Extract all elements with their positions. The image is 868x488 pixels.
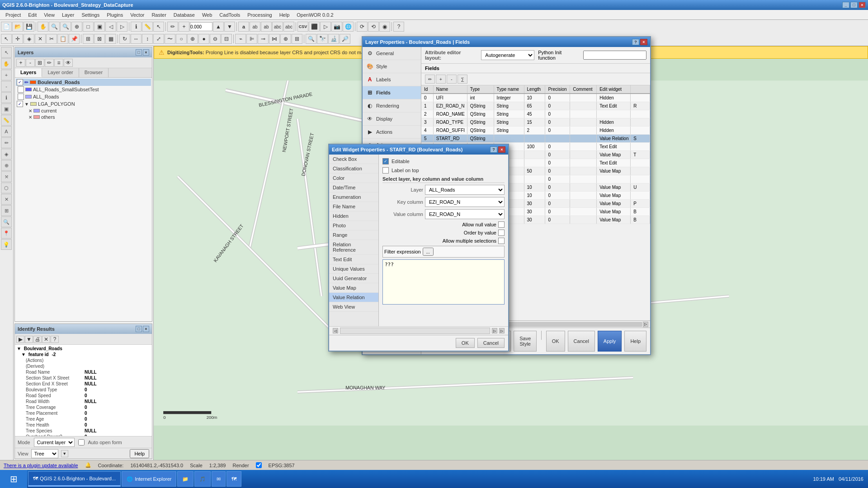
ewp-allowmultiple-checkbox[interactable] (498, 238, 505, 244)
menu-cadtools[interactable]: CadTools (216, 11, 244, 19)
lp-sidebar-rendering[interactable]: ◐ Rendering (363, 99, 421, 113)
tb2-move[interactable]: ✛ (12, 34, 23, 44)
lt-pan[interactable]: ✋ (1, 58, 12, 69)
ewp-item-photo[interactable]: Photo (329, 221, 378, 230)
tb-select[interactable]: ↖ (153, 22, 164, 32)
ewp-item-textedit[interactable]: Text Edit (329, 255, 378, 264)
tb-label-d[interactable]: abc (272, 22, 283, 32)
tb-label-e[interactable]: abc (283, 22, 294, 32)
ewp-help-icon[interactable]: ? (490, 146, 497, 153)
tb2-merge[interactable]: ⊕ (280, 34, 291, 44)
tb2-add-part[interactable]: ⊕ (187, 34, 198, 44)
tb-measure[interactable]: 📏 (142, 22, 153, 32)
id-help-btn[interactable]: ? (51, 336, 59, 343)
ewp-item-enumeration[interactable]: Enumeration (329, 192, 378, 202)
tb2-offset[interactable]: ⊫ (246, 34, 257, 44)
menu-edit[interactable]: Edit (24, 11, 40, 19)
menu-plugins[interactable]: Plugins (103, 11, 127, 19)
lp-sidebar-display[interactable]: 👁 Display (363, 113, 421, 126)
render-checkbox[interactable] (256, 462, 262, 468)
id-clear-btn[interactable]: ✕ (42, 336, 50, 343)
menu-database[interactable]: Database (170, 11, 198, 19)
layers-float-btn[interactable]: □ (136, 49, 142, 56)
python-input[interactable] (583, 51, 646, 60)
tb-zoom-prev[interactable]: ◁ (105, 22, 116, 32)
lt-add-ln[interactable]: ⤧ (1, 171, 12, 182)
lp-apply-btn[interactable]: Apply (598, 331, 622, 352)
tb-save[interactable]: 💾 (24, 22, 34, 32)
ewp-value-select[interactable]: EZI_ROAD_N (425, 209, 505, 219)
tb-camera[interactable]: 📷 (331, 22, 342, 32)
lt-attr[interactable]: ⊞ (1, 205, 12, 216)
tb-rotation-down[interactable]: ▼ (224, 22, 235, 32)
ewp-item-value-relation[interactable]: Value Relation (329, 293, 378, 302)
layer-expand-lga[interactable]: ▼ (24, 102, 29, 107)
table-row[interactable]: 2 ROAD_NAME QString String 45 0 (421, 110, 650, 118)
layer-item-current[interactable]: ✕ current (16, 108, 151, 114)
tb-zoom-next[interactable]: ▷ (117, 22, 127, 32)
tb-identify[interactable]: ℹ (131, 22, 142, 32)
tb2-node[interactable]: ◈ (24, 34, 34, 44)
ewp-item-hidden[interactable]: Hidden (329, 211, 378, 221)
lp-help-icon[interactable]: ? (632, 39, 639, 45)
tb-zoom-out[interactable]: 🔍 (60, 22, 71, 32)
lt-zoom-in[interactable]: + (1, 70, 12, 80)
tb2-copy[interactable]: 📋 (57, 34, 68, 44)
tb-zoom-selection[interactable]: ▣ (94, 22, 105, 32)
ewp-labelontop-checkbox[interactable] (382, 167, 389, 174)
plugin-update-link[interactable]: There is a plugin update available (4, 463, 78, 468)
tb2-adv1[interactable]: 🔍 (306, 34, 316, 44)
tb2-fill-ring[interactable]: ● (198, 34, 209, 44)
ewp-hscrollbar[interactable] (340, 328, 490, 334)
tb-more-b[interactable]: ⟲ (368, 22, 379, 32)
tb2-adv3[interactable]: 🔬 (328, 34, 339, 44)
tb-open[interactable]: 📂 (12, 22, 23, 32)
tb-label-c[interactable]: ab (261, 22, 272, 32)
tb2-cut[interactable]: ✂ (46, 34, 57, 44)
lp-cancel-btn[interactable]: Cancel (568, 331, 595, 352)
menu-vector[interactable]: Vector (127, 11, 148, 19)
ewp-item-relation-ref[interactable]: Relation Reference (329, 240, 378, 255)
tb2-mergea[interactable]: ⊞ (292, 34, 302, 44)
fields-calc[interactable]: ∑ (458, 75, 467, 84)
taskbar-qgis[interactable]: 🗺 QGIS 2.6.0-Brighton - Boulevard... (28, 471, 121, 487)
identify-close-btn[interactable]: × (143, 326, 149, 332)
tb2-del-ring[interactable]: ⊖ (210, 34, 221, 44)
ewp-item-filename[interactable]: File Name (329, 202, 378, 211)
menu-openwor[interactable]: OpenWOR 0.0.2 (293, 11, 337, 19)
tb-rotation-up[interactable]: ▲ (213, 22, 224, 32)
tb2-snap[interactable]: ⊞ (83, 34, 94, 44)
tb-new[interactable]: 📄 (1, 22, 12, 32)
layer-check-boulevard[interactable]: ✓ (17, 79, 23, 85)
identify-float-btn[interactable]: □ (136, 326, 142, 332)
tb2-pointer[interactable]: ↖ (1, 34, 12, 44)
tb-stop[interactable]: ⬛ (309, 22, 320, 32)
tb-run[interactable]: ▷ (320, 22, 331, 32)
menu-web[interactable]: Web (198, 11, 216, 19)
view-expand-btn[interactable]: ▼ (61, 450, 68, 457)
lp-sidebar-labels[interactable]: A Labels (363, 73, 421, 86)
ewp-item-checkbox[interactable]: Check Box (329, 155, 378, 164)
layer-check-allroads[interactable] (18, 94, 24, 100)
layer-del-others[interactable]: ✕ (28, 115, 32, 120)
table-row[interactable]: 1 EZI_ROAD_N QString String 65 0 Text Ed… (421, 102, 650, 110)
tb2-snap3[interactable]: ▦ (105, 34, 116, 44)
tb2-splitp[interactable]: ⋈ (269, 34, 280, 44)
table-row[interactable]: 0 UFI int Integer 10 0 Hidden (421, 94, 650, 102)
ewp-scroll-right-2[interactable]: ▷ (499, 328, 505, 333)
ewp-item-datetime[interactable]: Date/Time (329, 183, 378, 192)
layers-close-btn[interactable]: × (143, 49, 149, 56)
tb-more-c[interactable]: ◉ (379, 22, 390, 32)
minimize-btn[interactable]: _ (842, 2, 849, 8)
ewp-item-unique-values[interactable]: Unique Values (329, 264, 378, 274)
ewp-item-web-view[interactable]: Web View (329, 302, 378, 312)
tb-globe[interactable]: 🌐 (343, 22, 354, 32)
layer-check-allroads-subset[interactable] (18, 86, 24, 93)
scroll-right-btn[interactable]: ▷ (643, 322, 648, 327)
table-row[interactable]: 4 ROAD_SUFFI QString String 2 0 Hidden (421, 127, 650, 135)
ewp-close-btn[interactable]: × (498, 146, 505, 153)
lp-sidebar-fields[interactable]: ⊞ Fields (363, 86, 421, 99)
tb2-flip-h[interactable]: ↔ (131, 34, 142, 44)
tab-layer-order[interactable]: Layer order (42, 68, 79, 77)
layer-del-current[interactable]: ✕ (28, 108, 32, 113)
